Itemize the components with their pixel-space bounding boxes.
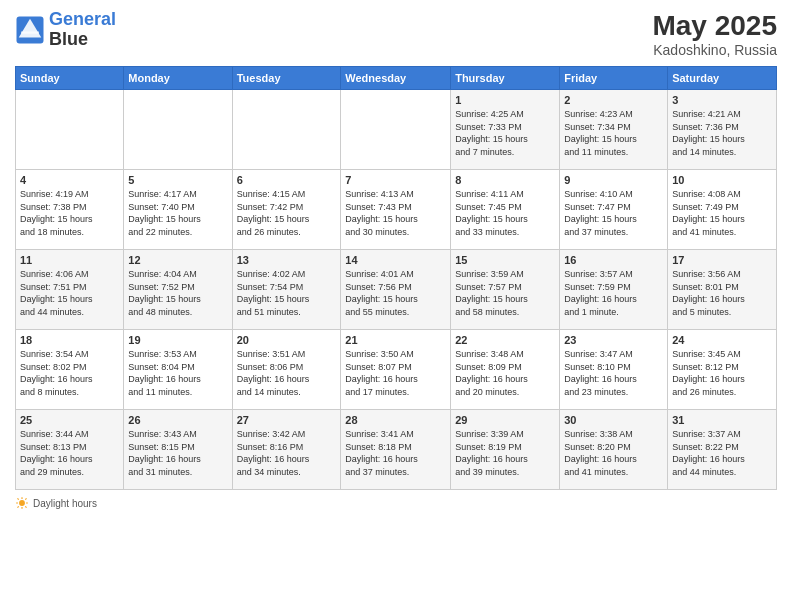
svg-point-3 (19, 500, 25, 506)
calendar-cell: 12Sunrise: 4:04 AM Sunset: 7:52 PM Dayli… (124, 250, 232, 330)
day-info: Sunrise: 3:53 AM Sunset: 8:04 PM Dayligh… (128, 348, 227, 398)
day-number: 22 (455, 334, 555, 346)
day-info: Sunrise: 3:42 AM Sunset: 8:16 PM Dayligh… (237, 428, 337, 478)
logo-icon (15, 15, 45, 45)
day-header-wednesday: Wednesday (341, 67, 451, 90)
day-header-tuesday: Tuesday (232, 67, 341, 90)
day-number: 20 (237, 334, 337, 346)
calendar-cell: 3Sunrise: 4:21 AM Sunset: 7:36 PM Daylig… (668, 90, 777, 170)
day-number: 25 (20, 414, 119, 426)
calendar-cell: 20Sunrise: 3:51 AM Sunset: 8:06 PM Dayli… (232, 330, 341, 410)
calendar-cell (341, 90, 451, 170)
day-number: 4 (20, 174, 119, 186)
header-row: SundayMondayTuesdayWednesdayThursdayFrid… (16, 67, 777, 90)
calendar-cell: 8Sunrise: 4:11 AM Sunset: 7:45 PM Daylig… (451, 170, 560, 250)
day-info: Sunrise: 4:15 AM Sunset: 7:42 PM Dayligh… (237, 188, 337, 238)
calendar-cell: 17Sunrise: 3:56 AM Sunset: 8:01 PM Dayli… (668, 250, 777, 330)
calendar-cell: 6Sunrise: 4:15 AM Sunset: 7:42 PM Daylig… (232, 170, 341, 250)
calendar-cell: 15Sunrise: 3:59 AM Sunset: 7:57 PM Dayli… (451, 250, 560, 330)
day-info: Sunrise: 3:59 AM Sunset: 7:57 PM Dayligh… (455, 268, 555, 318)
day-header-monday: Monday (124, 67, 232, 90)
day-info: Sunrise: 4:04 AM Sunset: 7:52 PM Dayligh… (128, 268, 227, 318)
day-number: 16 (564, 254, 663, 266)
day-number: 24 (672, 334, 772, 346)
calendar-cell: 18Sunrise: 3:54 AM Sunset: 8:02 PM Dayli… (16, 330, 124, 410)
svg-rect-2 (21, 31, 39, 33)
footer-label: Daylight hours (33, 498, 97, 509)
calendar-cell: 1Sunrise: 4:25 AM Sunset: 7:33 PM Daylig… (451, 90, 560, 170)
day-info: Sunrise: 3:45 AM Sunset: 8:12 PM Dayligh… (672, 348, 772, 398)
day-info: Sunrise: 3:39 AM Sunset: 8:19 PM Dayligh… (455, 428, 555, 478)
week-row-2: 4Sunrise: 4:19 AM Sunset: 7:38 PM Daylig… (16, 170, 777, 250)
calendar-cell: 13Sunrise: 4:02 AM Sunset: 7:54 PM Dayli… (232, 250, 341, 330)
day-number: 30 (564, 414, 663, 426)
day-info: Sunrise: 4:13 AM Sunset: 7:43 PM Dayligh… (345, 188, 446, 238)
day-info: Sunrise: 4:23 AM Sunset: 7:34 PM Dayligh… (564, 108, 663, 158)
sun-icon (15, 496, 29, 510)
day-info: Sunrise: 4:02 AM Sunset: 7:54 PM Dayligh… (237, 268, 337, 318)
day-info: Sunrise: 4:21 AM Sunset: 7:36 PM Dayligh… (672, 108, 772, 158)
day-number: 12 (128, 254, 227, 266)
day-info: Sunrise: 4:17 AM Sunset: 7:40 PM Dayligh… (128, 188, 227, 238)
calendar-cell: 26Sunrise: 3:43 AM Sunset: 8:15 PM Dayli… (124, 410, 232, 490)
day-number: 6 (237, 174, 337, 186)
calendar-cell: 27Sunrise: 3:42 AM Sunset: 8:16 PM Dayli… (232, 410, 341, 490)
calendar-cell: 19Sunrise: 3:53 AM Sunset: 8:04 PM Dayli… (124, 330, 232, 410)
day-info: Sunrise: 4:01 AM Sunset: 7:56 PM Dayligh… (345, 268, 446, 318)
week-row-3: 11Sunrise: 4:06 AM Sunset: 7:51 PM Dayli… (16, 250, 777, 330)
day-number: 27 (237, 414, 337, 426)
subtitle: Kadoshkino, Russia (652, 42, 777, 58)
day-number: 18 (20, 334, 119, 346)
header: General Blue May 2025 Kadoshkino, Russia (15, 10, 777, 58)
day-number: 1 (455, 94, 555, 106)
day-header-sunday: Sunday (16, 67, 124, 90)
calendar-cell: 7Sunrise: 4:13 AM Sunset: 7:43 PM Daylig… (341, 170, 451, 250)
calendar-cell (232, 90, 341, 170)
day-number: 5 (128, 174, 227, 186)
day-header-friday: Friday (560, 67, 668, 90)
calendar-cell: 25Sunrise: 3:44 AM Sunset: 8:13 PM Dayli… (16, 410, 124, 490)
day-info: Sunrise: 3:50 AM Sunset: 8:07 PM Dayligh… (345, 348, 446, 398)
day-info: Sunrise: 3:43 AM Sunset: 8:15 PM Dayligh… (128, 428, 227, 478)
calendar-cell: 2Sunrise: 4:23 AM Sunset: 7:34 PM Daylig… (560, 90, 668, 170)
svg-line-9 (25, 506, 26, 507)
svg-line-10 (25, 498, 26, 499)
calendar-cell: 28Sunrise: 3:41 AM Sunset: 8:18 PM Dayli… (341, 410, 451, 490)
day-number: 9 (564, 174, 663, 186)
day-number: 21 (345, 334, 446, 346)
svg-line-8 (17, 498, 18, 499)
day-number: 11 (20, 254, 119, 266)
day-number: 29 (455, 414, 555, 426)
week-row-4: 18Sunrise: 3:54 AM Sunset: 8:02 PM Dayli… (16, 330, 777, 410)
day-number: 31 (672, 414, 772, 426)
calendar-cell: 5Sunrise: 4:17 AM Sunset: 7:40 PM Daylig… (124, 170, 232, 250)
day-number: 14 (345, 254, 446, 266)
day-header-saturday: Saturday (668, 67, 777, 90)
logo-text: General Blue (49, 10, 116, 50)
logo: General Blue (15, 10, 116, 50)
day-number: 10 (672, 174, 772, 186)
calendar-cell: 4Sunrise: 4:19 AM Sunset: 7:38 PM Daylig… (16, 170, 124, 250)
day-info: Sunrise: 3:37 AM Sunset: 8:22 PM Dayligh… (672, 428, 772, 478)
calendar-cell: 16Sunrise: 3:57 AM Sunset: 7:59 PM Dayli… (560, 250, 668, 330)
day-number: 7 (345, 174, 446, 186)
calendar-cell: 11Sunrise: 4:06 AM Sunset: 7:51 PM Dayli… (16, 250, 124, 330)
day-info: Sunrise: 3:56 AM Sunset: 8:01 PM Dayligh… (672, 268, 772, 318)
day-info: Sunrise: 3:54 AM Sunset: 8:02 PM Dayligh… (20, 348, 119, 398)
calendar-cell: 29Sunrise: 3:39 AM Sunset: 8:19 PM Dayli… (451, 410, 560, 490)
calendar-cell (124, 90, 232, 170)
day-info: Sunrise: 3:48 AM Sunset: 8:09 PM Dayligh… (455, 348, 555, 398)
day-info: Sunrise: 3:44 AM Sunset: 8:13 PM Dayligh… (20, 428, 119, 478)
day-info: Sunrise: 4:11 AM Sunset: 7:45 PM Dayligh… (455, 188, 555, 238)
calendar-cell (16, 90, 124, 170)
title-block: May 2025 Kadoshkino, Russia (652, 10, 777, 58)
day-info: Sunrise: 4:06 AM Sunset: 7:51 PM Dayligh… (20, 268, 119, 318)
calendar-cell: 21Sunrise: 3:50 AM Sunset: 8:07 PM Dayli… (341, 330, 451, 410)
day-number: 8 (455, 174, 555, 186)
calendar-cell: 24Sunrise: 3:45 AM Sunset: 8:12 PM Dayli… (668, 330, 777, 410)
day-info: Sunrise: 3:38 AM Sunset: 8:20 PM Dayligh… (564, 428, 663, 478)
day-info: Sunrise: 3:51 AM Sunset: 8:06 PM Dayligh… (237, 348, 337, 398)
day-number: 19 (128, 334, 227, 346)
day-header-thursday: Thursday (451, 67, 560, 90)
week-row-5: 25Sunrise: 3:44 AM Sunset: 8:13 PM Dayli… (16, 410, 777, 490)
